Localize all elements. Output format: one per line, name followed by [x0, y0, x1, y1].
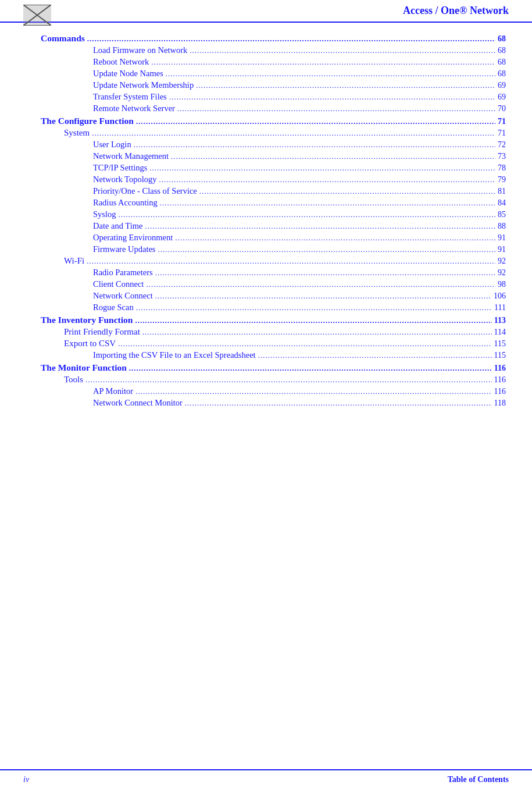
toc-item-page: 84: [498, 198, 506, 208]
toc-item[interactable]: Rogue Scan .............................…: [41, 303, 506, 312]
toc-item-dots: ........................................…: [199, 187, 495, 196]
toc-item[interactable]: AP Monitor .............................…: [41, 386, 506, 396]
toc-item-text: User Login: [93, 140, 131, 150]
toc-item-text: The Configure Function: [41, 116, 134, 126]
toc-item-dots: ........................................…: [169, 93, 495, 102]
toc-item[interactable]: Operating Environment ..................…: [41, 233, 506, 243]
toc-item-dots: ........................................…: [149, 164, 495, 173]
toc-item[interactable]: The Inventory Function .................…: [41, 315, 506, 325]
toc-item-text: Network Connect Monitor: [93, 398, 183, 408]
toc-item-text: Transfer System Files: [93, 92, 167, 102]
toc-item[interactable]: Reboot Network .........................…: [41, 57, 506, 67]
toc-item-page: 91: [498, 233, 506, 243]
toc-item[interactable]: Network Topology .......................…: [41, 175, 506, 184]
toc-item-page: 116: [494, 387, 506, 396]
toc-item[interactable]: Export to CSV ..........................…: [41, 339, 506, 349]
toc-item[interactable]: Firmware Updates .......................…: [41, 244, 506, 254]
toc-item-page: 79: [498, 175, 506, 184]
toc-item-page: 71: [498, 129, 506, 138]
toc-item-page: 69: [498, 81, 506, 90]
toc-item-page: 118: [494, 399, 506, 408]
toc-item-dots: ........................................…: [155, 292, 491, 301]
toc-item-text: Network Topology: [93, 175, 156, 184]
toc-item-page: 69: [498, 93, 506, 102]
toc-item[interactable]: Transfer System Files ..................…: [41, 92, 506, 102]
toc-item-dots: ........................................…: [177, 104, 495, 113]
toc-item[interactable]: Update Network Membership ..............…: [41, 80, 506, 90]
toc-item-page: 71: [498, 117, 506, 126]
logo-icon: [23, 5, 51, 26]
toc-item-dots: ........................................…: [92, 129, 495, 138]
toc-item[interactable]: Remote Network Server ..................…: [41, 104, 506, 113]
toc-item-dots: ........................................…: [190, 46, 495, 55]
toc-item-dots: ........................................…: [142, 328, 492, 337]
toc-item-page: 114: [494, 328, 506, 337]
toc-item[interactable]: Syslog .................................…: [41, 209, 506, 219]
toc-item-text: Operating Environment: [93, 233, 173, 243]
toc-item-dots: ........................................…: [159, 175, 495, 184]
toc-item[interactable]: Network Connect Monitor ................…: [41, 398, 506, 408]
footer-page-number: iv: [23, 775, 29, 784]
page-header: Access / One® Network: [0, 0, 532, 23]
toc-item-text: Radius Accounting: [93, 198, 158, 208]
toc-item[interactable]: User Login .............................…: [41, 140, 506, 150]
toc-item-dots: ........................................…: [135, 316, 491, 325]
toc-item-dots: ........................................…: [158, 245, 495, 254]
toc-item[interactable]: Update Node Names ......................…: [41, 69, 506, 79]
toc-item-text: Client Connect: [93, 279, 144, 289]
toc-item[interactable]: Network Connect ........................…: [41, 291, 506, 301]
toc-item[interactable]: Network Management .....................…: [41, 151, 506, 161]
toc-item[interactable]: Date and Time ..........................…: [41, 221, 506, 231]
toc-item-page: 106: [494, 292, 506, 301]
toc-item-text: The Monitor Function: [41, 362, 127, 373]
toc-item-page: 88: [498, 222, 506, 231]
toc-item[interactable]: Importing the CSV File to an Excel Sprea…: [41, 350, 506, 360]
toc-item-dots: ........................................…: [146, 280, 495, 289]
footer-label: Table of Contents: [448, 775, 509, 784]
toc-item[interactable]: Wi-Fi ..................................…: [41, 256, 506, 266]
toc-item-page: 81: [498, 187, 506, 196]
toc-item-page: 116: [494, 364, 506, 373]
toc-item-page: 116: [494, 375, 506, 385]
toc-item-text: AP Monitor: [93, 386, 133, 396]
toc-item-dots: ........................................…: [118, 339, 491, 349]
toc-item[interactable]: Radio Parameters .......................…: [41, 268, 506, 278]
toc-content: Commands ...............................…: [0, 33, 532, 445]
toc-item-dots: ........................................…: [135, 387, 491, 396]
toc-item-dots: ........................................…: [85, 375, 491, 385]
toc-item-page: 70: [498, 104, 506, 113]
toc-item-dots: ........................................…: [129, 364, 492, 373]
toc-item-text: Wi-Fi: [64, 256, 84, 266]
toc-item-dots: ........................................…: [145, 222, 495, 231]
toc-item[interactable]: Radius Accounting ......................…: [41, 198, 506, 208]
toc-item-page: 91: [498, 245, 506, 254]
toc-item[interactable]: Commands ...............................…: [41, 33, 506, 44]
toc-item[interactable]: Tools ..................................…: [41, 375, 506, 385]
toc-item-text: Reboot Network: [93, 57, 149, 67]
toc-item-page: 72: [498, 140, 506, 150]
toc-item-text: Network Management: [93, 151, 169, 161]
toc-item[interactable]: Priority/One - Class of Service ........…: [41, 186, 506, 196]
toc-item-page: 92: [498, 257, 506, 266]
toc-item-text: Remote Network Server: [93, 104, 175, 113]
header-title: Access / One® Network: [403, 5, 509, 17]
toc-item[interactable]: TCP/IP Settings ........................…: [41, 163, 506, 173]
toc-item-dots: ........................................…: [134, 140, 495, 150]
toc-item-dots: ........................................…: [175, 233, 495, 243]
toc-item-page: 113: [494, 316, 506, 325]
toc-item-text: Export to CSV: [64, 339, 116, 349]
toc-item-dots: ........................................…: [185, 399, 492, 408]
toc-item[interactable]: Print Friendly Format ..................…: [41, 327, 506, 337]
toc-item-page: 73: [498, 152, 506, 161]
toc-item[interactable]: Load Firmware on Network ...............…: [41, 45, 506, 55]
toc-item-dots: ........................................…: [160, 198, 495, 208]
toc-item[interactable]: The Configure Function .................…: [41, 116, 506, 126]
toc-item[interactable]: System .................................…: [41, 128, 506, 138]
toc-item-text: Update Node Names: [93, 69, 163, 79]
toc-item-text: Importing the CSV File to an Excel Sprea…: [93, 350, 256, 360]
toc-item[interactable]: The Monitor Function ...................…: [41, 362, 506, 373]
toc-item-dots: ........................................…: [155, 268, 495, 278]
toc-item-text: Firmware Updates: [93, 244, 156, 254]
toc-item[interactable]: Client Connect .........................…: [41, 279, 506, 289]
toc-item-text: Rogue Scan: [93, 303, 134, 312]
